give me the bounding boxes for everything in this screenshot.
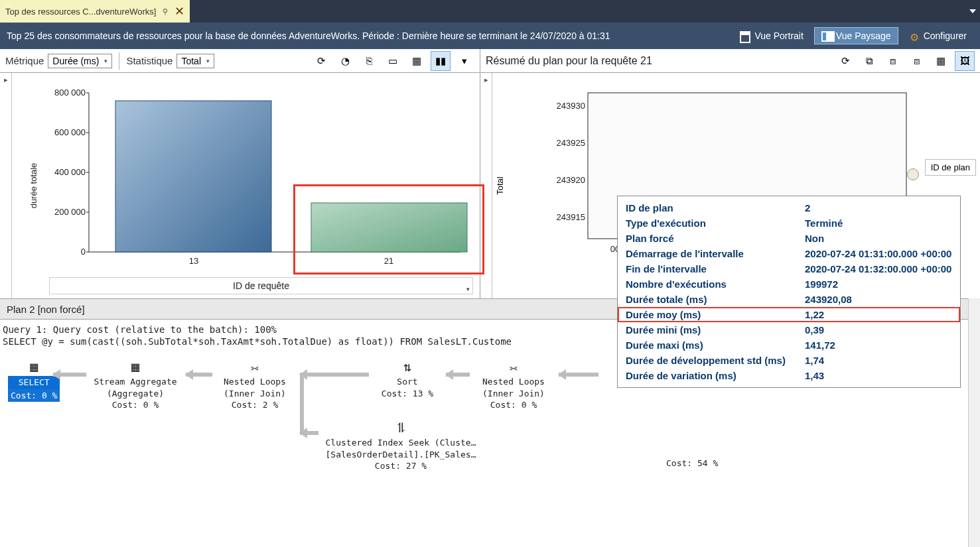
tooltip-value: Non xyxy=(805,233,952,244)
tooltip-value: 1,74 xyxy=(805,355,952,366)
plan-point[interactable] xyxy=(907,168,919,180)
stat-select[interactable]: Total ▾ xyxy=(176,54,214,68)
tooltip-row: Démarrage de l'intervalle2020-07-24 01:3… xyxy=(618,246,960,261)
vertical-scrollbar[interactable] xyxy=(968,298,980,547)
tooltip-key: Nombre d'exécutions xyxy=(626,278,805,290)
tooltip-row: Durée mini (ms)0,39 xyxy=(618,322,960,337)
plan-node-stream-aggregate[interactable]: ▦ Stream Aggregate (Aggregate) Cost: 0 % xyxy=(82,358,188,411)
left-x-axis-label[interactable]: ID de requête ▾ xyxy=(49,277,473,294)
legend-box: ID de plan xyxy=(925,159,976,176)
configurer-button[interactable]: Configurer xyxy=(902,28,973,44)
bar-13[interactable] xyxy=(115,101,271,252)
tick: 243930 xyxy=(557,101,585,111)
tool-a-button[interactable]: ◔ xyxy=(335,51,355,71)
tool-r1-button[interactable]: ⧉ xyxy=(859,51,879,71)
tooltip-key: Plan forcé xyxy=(626,233,805,244)
plan-node-nested-loops-2[interactable]: ⟗ Nested Loops (Inner Join) Cost: 0 % xyxy=(467,358,560,411)
tooltip-key: Durée de variation (ms) xyxy=(626,370,805,381)
grid-view-button[interactable]: ▦ xyxy=(407,51,427,71)
plan-node-clustered-index-seek[interactable]: ⥮ Clustered Index Seek (Cluste… [SalesOr… xyxy=(315,419,487,472)
caret-icon: ▾ xyxy=(104,58,107,64)
more-button[interactable]: ▾ xyxy=(455,51,474,71)
join-icon: ⟗ xyxy=(208,358,301,376)
seek-icon: ⥮ xyxy=(315,419,487,437)
caret-icon: ▾ xyxy=(206,58,210,64)
aggregate-icon: ▦ xyxy=(82,358,188,376)
close-icon[interactable]: ✕ xyxy=(175,4,184,19)
grid-r-button[interactable]: ▦ xyxy=(931,51,951,71)
tick: 243920 xyxy=(557,175,585,185)
plan-cost-right: Cost: 54 % xyxy=(666,457,718,469)
view-portrait-label: Vue Portrait xyxy=(754,30,803,41)
tooltip-value: Terminé xyxy=(805,217,952,229)
metrique-select[interactable]: Durée (ms) ▾ xyxy=(48,54,112,68)
tool-r2-button[interactable]: ⧈ xyxy=(883,51,903,71)
view-paysage-button[interactable]: Vue Paysage xyxy=(814,27,898,44)
tooltip-value: 2 xyxy=(805,202,952,213)
stat-label: Statistique xyxy=(126,55,173,66)
collapse-right-button[interactable]: ▸ xyxy=(480,73,492,298)
tooltip-row: Durée moy (ms)1,22 xyxy=(618,307,960,322)
tooltip-value: 243920,08 xyxy=(805,294,952,305)
tool-r3-button[interactable]: ⧇ xyxy=(907,51,927,71)
tooltip-row: Durée de variation (ms)1,43 xyxy=(618,368,960,383)
tooltip-value: 0,39 xyxy=(805,324,952,335)
sort-icon: ⇅ xyxy=(368,358,447,376)
tab-bar-spacer xyxy=(190,0,980,23)
tooltip-key: ID de plan xyxy=(626,202,805,213)
metrique-value: Durée (ms) xyxy=(52,56,99,66)
plan-node-nested-loops-1[interactable]: ⟗ Nested Loops (Inner Join) Cost: 2 % xyxy=(208,358,301,411)
tooltip-key: Type d'exécution xyxy=(626,217,805,229)
paysage-icon xyxy=(821,31,832,40)
plan-arrow xyxy=(300,431,318,435)
plan-arrow xyxy=(186,373,212,377)
tooltip-key: Durée de développement std (ms) xyxy=(626,355,805,366)
left-chart-panel: ▸ durée totale 0 200 000 400 000 600 000… xyxy=(0,73,480,298)
chart-view-button[interactable]: ▮▮ xyxy=(431,51,451,71)
tooltip-value: 2020-07-24 01:31:00.000 +00:00 xyxy=(805,248,952,259)
tooltip-row: Durée de développement std (ms)1,74 xyxy=(618,353,960,368)
left-chart-area[interactable]: durée totale 0 200 000 400 000 600 000 8… xyxy=(12,73,480,298)
tooltip-row: ID de plan2 xyxy=(618,200,960,215)
chart-r-button[interactable]: 🖼 xyxy=(955,51,975,71)
right-y-axis-label: Total xyxy=(495,176,505,194)
gear-icon xyxy=(909,31,920,40)
tick: 200 000 xyxy=(54,207,86,217)
plan-node-select[interactable]: ▦ SELECT Cost: 0 % xyxy=(8,358,60,402)
plan-node-sort[interactable]: ⇅ Sort Cost: 13 % xyxy=(368,358,447,399)
tool-c-button[interactable]: ▭ xyxy=(383,51,403,71)
tooltip-row: Type d'exécutionTerminé xyxy=(618,215,960,231)
tooltip-key: Durée moy (ms) xyxy=(626,309,805,320)
join-icon: ⟗ xyxy=(467,358,560,376)
tooltip-row: Durée maxi (ms)141,72 xyxy=(618,337,960,353)
plan-arrow xyxy=(300,373,369,377)
tool-b-button[interactable]: ⎘ xyxy=(359,51,379,71)
tick: 243915 xyxy=(557,212,585,222)
tab-overflow-icon[interactable] xyxy=(969,9,976,13)
pin-icon[interactable]: ⚲ xyxy=(163,7,168,16)
caret-icon: ▾ xyxy=(466,286,470,292)
plan-arrow xyxy=(53,373,86,377)
collapse-left-button[interactable]: ▸ xyxy=(0,73,12,298)
toolbar-row: Métrique Durée (ms) ▾ Statistique Total … xyxy=(0,49,980,73)
plan-tooltip: ID de plan2Type d'exécutionTerminéPlan f… xyxy=(617,196,961,388)
view-portrait-button[interactable]: Vue Portrait xyxy=(733,28,809,44)
tooltip-value: 1,22 xyxy=(805,309,952,320)
view-paysage-label: Vue Paysage xyxy=(836,30,891,41)
right-panel-title: Résumé du plan pour la requête 21 xyxy=(486,55,652,67)
tooltip-key: Durée totale (ms) xyxy=(626,294,805,305)
refresh-button[interactable]: ⟳ xyxy=(311,51,331,71)
right-toolbar: Résumé du plan pour la requête 21 ⟳ ⧉ ⧈ … xyxy=(480,49,980,72)
tooltip-key: Fin de l'intervalle xyxy=(626,263,805,274)
configurer-label: Configurer xyxy=(924,30,967,41)
plan-arrow xyxy=(559,373,598,377)
tooltip-row: Plan forcéNon xyxy=(618,231,960,246)
refresh-r-button[interactable]: ⟳ xyxy=(835,51,855,71)
tick: 0 xyxy=(81,247,86,257)
page-title: Top 25 des consommateurs de ressources p… xyxy=(7,30,733,41)
page-header: Top 25 des consommateurs de ressources p… xyxy=(0,23,980,49)
tab-bar: Top des ressources C...dventureWorks] ⚲ … xyxy=(0,0,980,23)
left-y-axis-label: durée totale xyxy=(29,163,38,209)
tooltip-value: 199972 xyxy=(805,278,952,290)
document-tab[interactable]: Top des ressources C...dventureWorks] ⚲ … xyxy=(0,0,190,23)
